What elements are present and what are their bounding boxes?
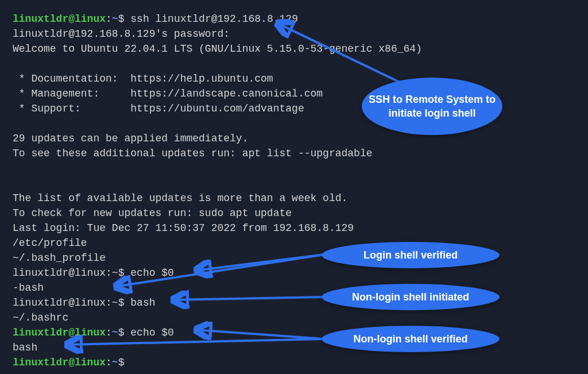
prompt-dollar: $ [118,13,125,25]
out-updates1: 29 updates can be applied immediately. [13,133,248,144]
prompt-dollar: $ [118,357,125,368]
callout-ssh: SSH to Remote System to initiate login s… [362,78,502,135]
out-etcprofile: /etc/profile [13,237,87,249]
prompt-sep: : [106,13,112,25]
callout-nonlogin-verified: Non-login shell verified [322,326,500,352]
out-list1: The list of available updates is more th… [13,192,347,204]
prompt-path: ~ [112,297,118,309]
prompt-sep: : [106,327,112,338]
out-pwprompt: linuxtldr@192.168.8.129's password: [13,28,230,40]
prompt-sep: : [106,297,112,309]
prompt-path: ~ [112,13,118,25]
prompt-dollar: $ [118,327,125,338]
out-doc: * Documentation: https://help.ubuntu.com [13,73,273,84]
prompt-userhost: linuxtldr@linux [13,327,106,338]
prompt-path: ~ [112,327,118,338]
prompt-dollar: $ [118,297,125,309]
callout-nonlogin-init: Non-login shell initiated [322,284,500,310]
out-bash: bash [13,342,37,353]
out-bashprofile: ~/.bash_profile [13,252,106,264]
prompt-userhost: linuxtldr@linux [13,357,106,368]
prompt-path: ~ [112,357,118,368]
cmd-ssh: ssh linuxtldr@192.168.8.129 [130,13,298,25]
out-updates2: To see these additional updates run: apt… [13,148,373,159]
cmd-echo0-2: echo $0 [130,327,174,338]
prompt-dollar: $ [118,267,125,279]
prompt-path: ~ [112,267,118,279]
cmd-echo0-1: echo $0 [130,267,174,279]
prompt-userhost: linuxtldr@linux [13,13,106,25]
out-bashrc: ~/.bashrc [13,312,68,323]
out-welcome: Welcome to Ubuntu 22.04.1 LTS (GNU/Linux… [13,43,422,55]
prompt-userhost: linuxtldr@linux [13,297,106,309]
out-list2: To check for new updates run: sudo apt u… [13,207,292,219]
out-dashbash: -bash [13,282,44,294]
prompt-sep: : [106,357,112,368]
prompt-userhost: linuxtldr@linux [13,267,106,279]
out-lastlogin: Last login: Tue Dec 27 11:50:37 2022 fro… [13,222,354,234]
cmd-bash: bash [130,297,155,309]
prompt-sep: : [106,267,112,279]
out-support: * Support: https://ubuntu.com/advantage [13,103,304,114]
out-mgmt: * Management: https://landscape.canonica… [13,88,323,99]
terminal-output: linuxtldr@linux:~$ ssh linuxtldr@192.168… [0,0,588,374]
callout-login-verified: Login shell verified [322,242,500,268]
